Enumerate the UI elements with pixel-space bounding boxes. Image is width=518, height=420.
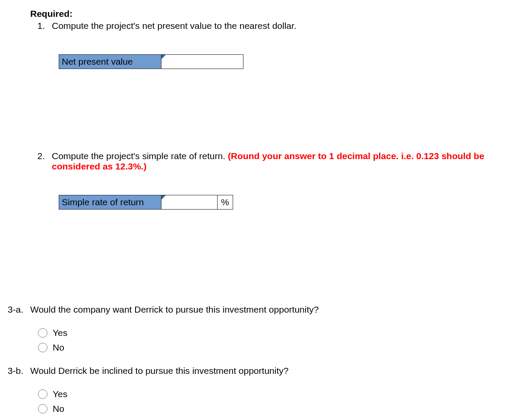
option-3a-yes-label: Yes [53,327,67,339]
radio-3b-yes[interactable] [38,389,47,399]
radio-3a-no[interactable] [38,343,47,352]
option-3b-yes-label: Yes [53,388,67,400]
cell-indicator-icon [161,55,166,59]
question-2-number: 2. [30,151,52,161]
question-3b-options: Yes No [38,388,488,415]
question-3b-number: 3-b. [6,366,30,376]
question-page: Required: 1. Compute the project's net p… [0,0,518,420]
npv-input[interactable] [163,55,243,69]
question-3a-options: Yes No [38,327,488,354]
spacer [30,210,488,304]
option-3b-no[interactable]: No [38,403,488,415]
option-3b-yes[interactable]: Yes [38,388,488,400]
srr-label: Simple rate of return [59,195,161,210]
option-3a-yes[interactable]: Yes [38,327,488,339]
question-2: 2. Compute the project's simple rate of … [30,151,488,210]
npv-field-row: Net present value [59,54,488,69]
percent-unit: % [218,195,233,210]
spacer [30,69,488,151]
npv-label: Net present value [59,54,161,69]
cell-indicator-icon [161,195,166,200]
option-3b-no-label: No [53,403,64,415]
option-3a-no-label: No [53,342,64,354]
srr-input-cell [161,195,218,210]
question-2-text-plain: Compute the project's simple rate of ret… [52,151,228,161]
option-3a-no[interactable]: No [38,342,488,354]
question-1-text: Compute the project's net present value … [52,21,488,31]
radio-3b-no[interactable] [38,404,47,414]
question-2-text: Compute the project's simple rate of ret… [52,151,488,172]
question-3a-number: 3-a. [6,304,30,315]
question-1: 1. Compute the project's net present val… [30,21,488,69]
required-heading: Required: [30,9,488,19]
question-1-number: 1. [30,21,52,31]
question-3a: 3-a. Would the company want Derrick to p… [6,304,488,356]
question-3a-text: Would the company want Derrick to pursue… [30,304,488,315]
question-3b: 3-b. Would Derrick be inclined to pursue… [6,366,488,417]
radio-3a-yes[interactable] [38,328,47,338]
srr-input[interactable] [163,195,217,210]
npv-input-cell [161,54,243,69]
srr-field-row: Simple rate of return % [59,195,488,210]
question-3b-text: Would Derrick be inclined to pursue this… [30,366,488,376]
